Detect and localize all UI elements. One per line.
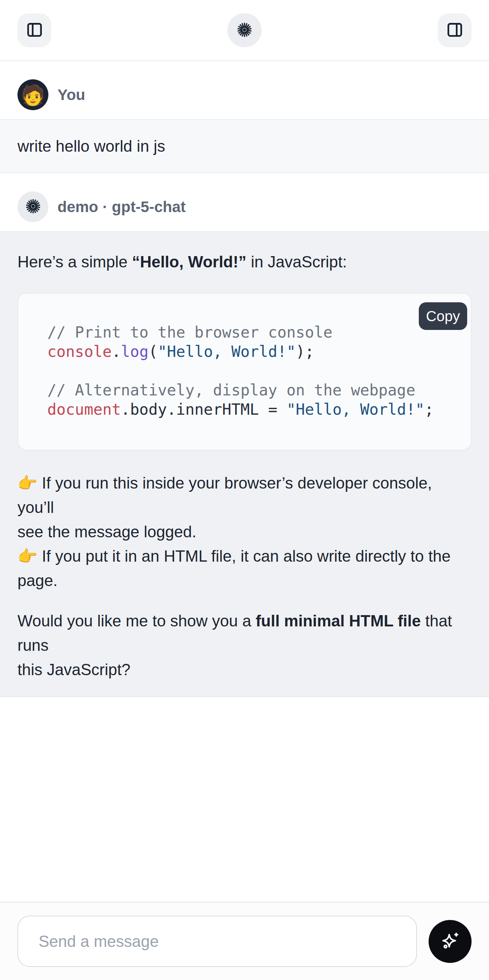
code-block: Copy // Print to the browser console con…: [18, 293, 471, 450]
assistant-notes-text: 👉 If you run this inside your browser’s …: [18, 471, 471, 593]
send-button[interactable]: [428, 920, 471, 963]
assistant-intro-text: Here’s a simple “Hello, World!” in JavaS…: [18, 250, 471, 274]
assistant-message-header: demo · gpt-5-chat: [0, 173, 489, 231]
code-token: );: [296, 343, 314, 361]
code-line: console.log("Hello, World!");: [47, 342, 456, 361]
intro-bold: “Hello, World!”: [132, 253, 247, 270]
sidebar-toggle-button[interactable]: [18, 13, 51, 47]
code-token: .body.innerHTML: [121, 401, 259, 418]
code-token: ;: [425, 401, 434, 418]
top-bar: [0, 0, 489, 61]
code-line-blank: [47, 361, 456, 380]
question-pre: Would you like me to show you a: [18, 612, 256, 630]
code-token: .: [112, 343, 121, 361]
starburst-icon: [236, 21, 253, 39]
code-token: (: [148, 343, 158, 361]
starburst-icon: [25, 198, 41, 216]
code-line: document.body.innerHTML = "Hello, World!…: [47, 400, 456, 419]
assistant-avatar: [18, 191, 48, 222]
code-token: "Hello, World!": [158, 343, 295, 361]
code-line-comment: // Alternatively, display on the webpage: [47, 380, 456, 400]
user-message-body: write hello world in js: [0, 119, 489, 173]
code-token: // Print to the browser console: [47, 323, 333, 341]
code-token: "Hello, World!": [286, 401, 424, 418]
assistant-message-body: Here’s a simple “Hello, World!” in JavaS…: [0, 231, 489, 697]
user-message-header: 🧑 You: [0, 61, 489, 119]
user-author-label: You: [57, 86, 85, 104]
user-message-text: write hello world in js: [18, 137, 471, 156]
panel-left-icon: [25, 21, 44, 40]
code-token: document: [47, 401, 121, 418]
panel-right-icon: [446, 21, 464, 40]
intro-pre: Here’s a simple: [18, 253, 132, 270]
sparkle-icon: [440, 930, 460, 952]
message-input[interactable]: [18, 916, 417, 967]
code-token: =: [259, 401, 287, 418]
assistant-question-text: Would you like me to show you a full min…: [18, 609, 471, 682]
person-emoji: 🧑: [21, 85, 45, 105]
user-message: 🧑 You write hello world in js: [0, 61, 489, 173]
question-bold: full minimal HTML file: [256, 612, 421, 630]
assistant-author-label: demo · gpt-5-chat: [57, 198, 186, 216]
copy-code-button[interactable]: Copy: [419, 302, 467, 330]
code-token: // Alternatively, display on the webpage: [47, 381, 415, 399]
code-token: log: [121, 343, 148, 361]
app-logo-button[interactable]: [228, 13, 261, 47]
assistant-message: demo · gpt-5-chat Here’s a simple “Hello…: [0, 173, 489, 697]
right-panel-toggle-button[interactable]: [438, 13, 471, 47]
code-line-comment: // Print to the browser console: [47, 323, 456, 342]
intro-post: in JavaScript:: [246, 253, 347, 270]
code-token: console: [47, 343, 112, 361]
user-avatar: 🧑: [18, 79, 48, 110]
composer-bar: [0, 902, 489, 980]
